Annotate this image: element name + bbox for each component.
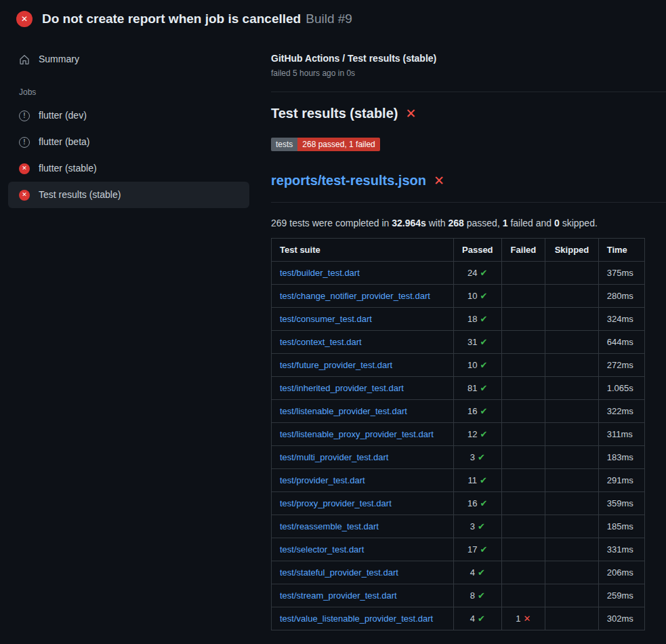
failed-cell: 1✕ (501, 607, 545, 630)
passed-cell: 10✔ (454, 285, 502, 308)
summary-text: passed, (464, 218, 503, 228)
sidebar-job-label: flutter (beta) (39, 136, 89, 148)
sidebar-item-test-results-stable[interactable]: ✕ Test results (stable) (8, 182, 249, 208)
passed-cell: 16✔ (454, 400, 502, 423)
home-icon (19, 54, 30, 65)
suite-link[interactable]: test/change_notifier_provider_test.dart (280, 291, 430, 301)
time-cell: 183ms (598, 446, 644, 469)
time-cell: 272ms (598, 354, 644, 377)
time-cell: 1.065s (598, 377, 644, 400)
suite-link[interactable]: test/context_test.dart (280, 337, 362, 347)
failed-cell: ✕ (501, 469, 545, 492)
passed-cell: 8✔ (454, 584, 502, 607)
table-row: test/builder_test.dart 24✔ ✕ 375ms (272, 262, 645, 285)
section-title-text: Test results (stable) (271, 106, 398, 121)
table-row: test/listenable_provider_test.dart 16✔ ✕… (272, 400, 645, 423)
passed-cell: 31✔ (454, 331, 502, 354)
suite-cell: test/stream_provider_test.dart (272, 584, 454, 607)
passed-count: 12 (467, 429, 477, 439)
suite-cell: test/proxy_provider_test.dart (272, 492, 454, 515)
run-status-line: failed 5 hours ago in 0s (271, 68, 645, 78)
suite-link[interactable]: test/builder_test.dart (280, 268, 360, 278)
passed-count: 10 (467, 360, 477, 370)
summary-text: with (426, 218, 449, 228)
sidebar-summary-label: Summary (39, 54, 79, 65)
time-cell: 311ms (598, 423, 644, 446)
table-row: test/future_provider_test.dart 10✔ ✕ 272… (272, 354, 645, 377)
table-row: test/listenable_proxy_provider_test.dart… (272, 423, 645, 446)
suite-link[interactable]: test/stream_provider_test.dart (280, 590, 397, 601)
cross-icon: ✕ (524, 613, 531, 624)
check-icon: ✔ (480, 475, 487, 485)
passed-count: 11 (468, 475, 478, 485)
suite-cell: test/provider_test.dart (272, 469, 454, 492)
page-title: Do not create report when job is cancell… (42, 12, 352, 26)
suite-cell: test/listenable_provider_test.dart (272, 400, 454, 423)
table-row: test/inherited_provider_test.dart 81✔ ✕ … (272, 377, 645, 400)
build-title: Do not create report when job is cancell… (42, 12, 301, 26)
sidebar-item-flutter-beta[interactable]: ! flutter (beta) (8, 129, 249, 155)
failed-count: 1 (516, 613, 520, 624)
failed-cell: ✕ (501, 377, 545, 400)
table-row: test/context_test.dart 31✔ ✕ 644ms (272, 331, 645, 354)
summary-text: failed and (508, 218, 555, 228)
time-cell: 375ms (598, 262, 644, 285)
summary-text: skipped. (560, 218, 598, 228)
build-header: ✕ Do not create report when job is cance… (0, 0, 666, 37)
suite-link[interactable]: test/consumer_test.dart (280, 314, 372, 324)
failed-cell: ✕ (501, 584, 545, 607)
suite-link[interactable]: test/selector_test.dart (280, 544, 364, 555)
sidebar-item-summary[interactable]: Summary (8, 46, 249, 73)
test-table-body: test/builder_test.dart 24✔ ✕ 375ms test/… (272, 262, 645, 630)
passed-count: 16 (467, 498, 477, 508)
passed-count: 17 (467, 544, 477, 555)
sidebar-item-flutter-stable[interactable]: ✕ flutter (stable) (8, 155, 249, 182)
divider (271, 202, 666, 203)
badge-label: tests (271, 138, 297, 151)
suite-link[interactable]: test/multi_provider_test.dart (280, 452, 388, 462)
summary-passed-count: 268 (449, 218, 464, 228)
report-title: reports/test-results.json ✕ (271, 173, 645, 188)
suite-cell: test/reassemble_test.dart (272, 515, 454, 538)
passed-cell: 11✔ (454, 469, 502, 492)
check-icon: ✔ (480, 268, 488, 278)
suite-link[interactable]: test/proxy_provider_test.dart (280, 498, 392, 508)
summary-duration: 32.964s (392, 218, 426, 228)
tests-status-badge: tests 268 passed, 1 failed (271, 138, 380, 151)
passed-count: 4 (470, 613, 475, 624)
suite-cell: test/change_notifier_provider_test.dart (272, 285, 454, 308)
suite-link[interactable]: test/listenable_proxy_provider_test.dart (280, 429, 434, 439)
check-icon: ✔ (480, 429, 488, 439)
summary-skipped-count: 0 (554, 218, 560, 228)
passed-count: 3 (470, 452, 475, 462)
check-icon: ✔ (480, 498, 488, 508)
sidebar-job-label: Test results (stable) (39, 189, 121, 201)
suite-link[interactable]: test/future_provider_test.dart (280, 360, 392, 370)
suite-link[interactable]: test/value_listenable_provider_test.dart (280, 613, 433, 624)
check-icon: ✔ (480, 291, 488, 301)
suite-cell: test/future_provider_test.dart (272, 354, 454, 377)
suite-link[interactable]: test/listenable_provider_test.dart (280, 406, 407, 416)
passed-count: 3 (470, 521, 475, 531)
table-header-row: Test suite Passed Failed Skipped Time (272, 239, 645, 262)
failed-cell: ✕ (501, 262, 545, 285)
suite-link[interactable]: test/provider_test.dart (280, 475, 365, 485)
report-file-link[interactable]: reports/test-results.json (271, 173, 426, 188)
check-icon: ✔ (480, 314, 488, 324)
suite-link[interactable]: test/stateful_provider_test.dart (280, 567, 398, 578)
build-failed-icon: ✕ (16, 11, 33, 27)
sidebar-item-flutter-dev[interactable]: ! flutter (dev) (8, 102, 249, 129)
suite-link[interactable]: test/reassemble_test.dart (280, 521, 379, 531)
failed-cell: ✕ (501, 285, 545, 308)
suite-cell: test/listenable_proxy_provider_test.dart (272, 423, 454, 446)
passed-count: 8 (470, 590, 475, 601)
failed-cell: ✕ (501, 561, 545, 584)
section-title: Test results (stable) ✕ (271, 106, 645, 121)
badge-value: 268 passed, 1 failed (297, 138, 379, 151)
build-number: Build #9 (306, 12, 352, 26)
failed-x-icon: ✕ (405, 107, 416, 120)
suite-link[interactable]: test/inherited_provider_test.dart (280, 383, 404, 393)
summary-sentence: 269 tests were completed in 32.964s with… (271, 218, 645, 228)
skipped-cell (545, 607, 598, 630)
summary-text: 269 tests were completed in (271, 218, 392, 228)
